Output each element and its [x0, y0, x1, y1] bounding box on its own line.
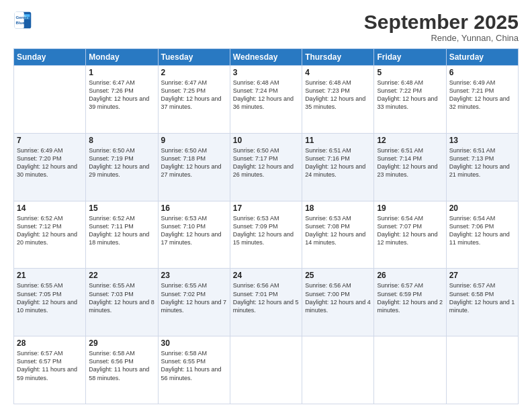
day-number: 10	[233, 136, 299, 145]
day-content: Sunrise: 6:50 AM Sunset: 7:18 PM Dayligh…	[161, 146, 227, 179]
calendar-cell: 29Sunrise: 6:58 AM Sunset: 6:56 PM Dayli…	[86, 336, 158, 404]
calendar-cell: 27Sunrise: 6:57 AM Sunset: 6:58 PM Dayli…	[446, 269, 518, 336]
calendar-cell: 25Sunrise: 6:56 AM Sunset: 7:00 PM Dayli…	[302, 269, 374, 336]
calendar-cell: 9Sunrise: 6:50 AM Sunset: 7:18 PM Daylig…	[158, 133, 230, 201]
calendar-cell: 19Sunrise: 6:54 AM Sunset: 7:07 PM Dayli…	[374, 201, 446, 269]
month-title: September 2025	[364, 11, 519, 33]
day-number: 23	[161, 271, 227, 280]
calendar-cell: 14Sunrise: 6:52 AM Sunset: 7:12 PM Dayli…	[14, 201, 86, 269]
day-content: Sunrise: 6:48 AM Sunset: 7:24 PM Dayligh…	[233, 79, 299, 111]
day-number: 14	[17, 203, 83, 213]
day-content: Sunrise: 6:48 AM Sunset: 7:22 PM Dayligh…	[377, 79, 443, 111]
day-number: 2	[161, 68, 227, 77]
calendar-cell: 4Sunrise: 6:48 AM Sunset: 7:23 PM Daylig…	[302, 66, 374, 134]
day-content: Sunrise: 6:54 AM Sunset: 7:07 PM Dayligh…	[377, 214, 443, 247]
calendar-cell: 26Sunrise: 6:57 AM Sunset: 6:59 PM Dayli…	[374, 269, 446, 336]
day-content: Sunrise: 6:51 AM Sunset: 7:16 PM Dayligh…	[305, 146, 371, 179]
day-content: Sunrise: 6:56 AM Sunset: 7:00 PM Dayligh…	[305, 281, 371, 314]
calendar-cell: 3Sunrise: 6:48 AM Sunset: 7:24 PM Daylig…	[230, 66, 302, 134]
day-content: Sunrise: 6:51 AM Sunset: 7:13 PM Dayligh…	[449, 146, 515, 179]
calendar-cell	[374, 336, 446, 404]
day-content: Sunrise: 6:53 AM Sunset: 7:09 PM Dayligh…	[233, 214, 299, 247]
calendar-cell	[230, 336, 302, 404]
day-content: Sunrise: 6:49 AM Sunset: 7:21 PM Dayligh…	[449, 79, 515, 111]
day-content: Sunrise: 6:56 AM Sunset: 7:01 PM Dayligh…	[233, 281, 299, 314]
day-number: 20	[449, 203, 515, 213]
day-content: Sunrise: 6:55 AM Sunset: 7:03 PM Dayligh…	[89, 281, 154, 314]
day-number: 4	[305, 68, 371, 77]
logo: General Blue	[13, 11, 32, 30]
day-number: 9	[161, 136, 227, 145]
title-block: September 2025 Rende, Yunnan, China	[364, 11, 519, 43]
week-row-4: 21Sunrise: 6:55 AM Sunset: 7:05 PM Dayli…	[14, 269, 519, 336]
day-content: Sunrise: 6:57 AM Sunset: 6:59 PM Dayligh…	[377, 281, 443, 314]
calendar-cell: 18Sunrise: 6:53 AM Sunset: 7:08 PM Dayli…	[302, 201, 374, 269]
weekday-header-tuesday: Tuesday	[158, 49, 230, 66]
day-content: Sunrise: 6:51 AM Sunset: 7:14 PM Dayligh…	[377, 146, 443, 179]
day-content: Sunrise: 6:55 AM Sunset: 7:02 PM Dayligh…	[161, 281, 227, 314]
calendar-cell: 6Sunrise: 6:49 AM Sunset: 7:21 PM Daylig…	[446, 66, 518, 134]
day-content: Sunrise: 6:52 AM Sunset: 7:11 PM Dayligh…	[89, 214, 154, 247]
day-content: Sunrise: 6:49 AM Sunset: 7:20 PM Dayligh…	[17, 146, 83, 179]
day-number: 15	[89, 203, 154, 213]
weekday-header-wednesday: Wednesday	[230, 49, 302, 66]
weekday-header-friday: Friday	[374, 49, 446, 66]
day-number: 3	[233, 68, 299, 77]
day-content: Sunrise: 6:55 AM Sunset: 7:05 PM Dayligh…	[17, 281, 83, 314]
week-row-2: 7Sunrise: 6:49 AM Sunset: 7:20 PM Daylig…	[14, 133, 519, 201]
day-content: Sunrise: 6:57 AM Sunset: 6:57 PM Dayligh…	[17, 349, 83, 382]
day-content: Sunrise: 6:53 AM Sunset: 7:08 PM Dayligh…	[305, 214, 371, 247]
day-number: 8	[89, 136, 154, 145]
calendar-cell: 8Sunrise: 6:50 AM Sunset: 7:19 PM Daylig…	[86, 133, 158, 201]
calendar-cell: 23Sunrise: 6:55 AM Sunset: 7:02 PM Dayli…	[158, 269, 230, 336]
week-row-5: 28Sunrise: 6:57 AM Sunset: 6:57 PM Dayli…	[14, 336, 519, 404]
day-number: 5	[377, 68, 443, 77]
calendar-cell	[302, 336, 374, 404]
week-row-3: 14Sunrise: 6:52 AM Sunset: 7:12 PM Dayli…	[14, 201, 519, 269]
day-number: 11	[305, 136, 371, 145]
weekday-header-row: SundayMondayTuesdayWednesdayThursdayFrid…	[14, 49, 519, 66]
calendar-cell: 21Sunrise: 6:55 AM Sunset: 7:05 PM Dayli…	[14, 269, 86, 336]
calendar-table: SundayMondayTuesdayWednesdayThursdayFrid…	[13, 48, 519, 404]
weekday-header-sunday: Sunday	[14, 49, 86, 66]
weekday-header-saturday: Saturday	[446, 49, 518, 66]
day-content: Sunrise: 6:47 AM Sunset: 7:25 PM Dayligh…	[161, 79, 227, 111]
location-subtitle: Rende, Yunnan, China	[364, 33, 519, 43]
calendar-cell: 13Sunrise: 6:51 AM Sunset: 7:13 PM Dayli…	[446, 133, 518, 201]
day-number: 27	[449, 271, 515, 280]
weekday-header-monday: Monday	[86, 49, 158, 66]
calendar-cell	[14, 66, 86, 134]
day-number: 30	[161, 338, 227, 348]
day-content: Sunrise: 6:58 AM Sunset: 6:55 PM Dayligh…	[161, 349, 227, 382]
day-number: 28	[17, 338, 83, 348]
svg-text:Blue: Blue	[16, 20, 26, 25]
calendar-cell: 2Sunrise: 6:47 AM Sunset: 7:25 PM Daylig…	[158, 66, 230, 134]
day-content: Sunrise: 6:50 AM Sunset: 7:17 PM Dayligh…	[233, 146, 299, 179]
calendar-cell: 30Sunrise: 6:58 AM Sunset: 6:55 PM Dayli…	[158, 336, 230, 404]
calendar-cell	[446, 336, 518, 404]
calendar-cell: 24Sunrise: 6:56 AM Sunset: 7:01 PM Dayli…	[230, 269, 302, 336]
calendar-cell: 28Sunrise: 6:57 AM Sunset: 6:57 PM Dayli…	[14, 336, 86, 404]
calendar-cell: 20Sunrise: 6:54 AM Sunset: 7:06 PM Dayli…	[446, 201, 518, 269]
day-content: Sunrise: 6:48 AM Sunset: 7:23 PM Dayligh…	[305, 79, 371, 111]
day-content: Sunrise: 6:54 AM Sunset: 7:06 PM Dayligh…	[449, 214, 515, 247]
calendar-cell: 1Sunrise: 6:47 AM Sunset: 7:26 PM Daylig…	[86, 66, 158, 134]
day-number: 18	[305, 203, 371, 213]
day-content: Sunrise: 6:57 AM Sunset: 6:58 PM Dayligh…	[449, 281, 515, 314]
calendar-page: General Blue September 2025 Rende, Yunna…	[0, 0, 532, 411]
day-number: 6	[449, 68, 515, 77]
calendar-cell: 7Sunrise: 6:49 AM Sunset: 7:20 PM Daylig…	[14, 133, 86, 201]
day-number: 12	[377, 136, 443, 145]
calendar-cell: 5Sunrise: 6:48 AM Sunset: 7:22 PM Daylig…	[374, 66, 446, 134]
calendar-cell: 10Sunrise: 6:50 AM Sunset: 7:17 PM Dayli…	[230, 133, 302, 201]
calendar-cell: 11Sunrise: 6:51 AM Sunset: 7:16 PM Dayli…	[302, 133, 374, 201]
day-number: 17	[233, 203, 299, 213]
svg-text:General: General	[16, 15, 32, 19]
day-content: Sunrise: 6:50 AM Sunset: 7:19 PM Dayligh…	[89, 146, 154, 179]
calendar-cell: 22Sunrise: 6:55 AM Sunset: 7:03 PM Dayli…	[86, 269, 158, 336]
day-number: 1	[89, 68, 154, 77]
day-number: 24	[233, 271, 299, 280]
day-number: 21	[17, 271, 83, 280]
calendar-cell: 17Sunrise: 6:53 AM Sunset: 7:09 PM Dayli…	[230, 201, 302, 269]
calendar-cell: 16Sunrise: 6:53 AM Sunset: 7:10 PM Dayli…	[158, 201, 230, 269]
